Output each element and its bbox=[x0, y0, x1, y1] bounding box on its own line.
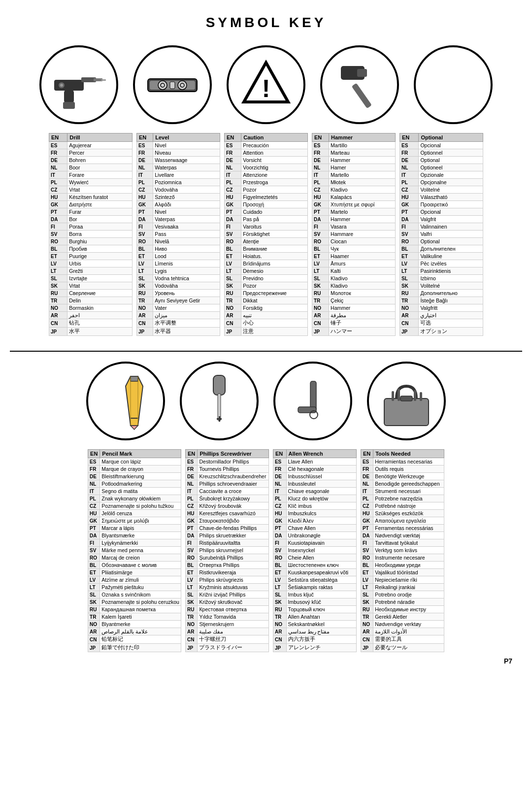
table-row: SKPoznamenajte si polohu ceruzkou bbox=[88, 598, 181, 606]
svg-rect-4 bbox=[64, 90, 74, 103]
svg-rect-30 bbox=[310, 381, 316, 411]
table-row: PTNivel bbox=[137, 208, 220, 216]
table-row: HUImbuszkulcs bbox=[273, 510, 356, 517]
caution-icon: ! bbox=[236, 55, 296, 114]
table-row: SLIzvrtajte bbox=[49, 275, 133, 282]
level-table: EN Level ESNivelFRNiveauDEWasserwaageNLW… bbox=[136, 133, 220, 336]
table-row: DANødvendigt værktøj bbox=[361, 532, 444, 539]
table-row: CN小心 bbox=[225, 319, 308, 328]
drill-table: EN Drill ESAgujerearFRPercerDEBohrenNLBo… bbox=[49, 133, 133, 336]
table-row: SVPass bbox=[137, 231, 220, 238]
svg-rect-14 bbox=[170, 82, 175, 89]
table-row: CZPoznamenajte si polohu tužkou bbox=[88, 502, 181, 510]
table-row: LTŠešiakampis raktas bbox=[273, 584, 356, 591]
table-row: DEBohren bbox=[49, 157, 133, 164]
table-row: JPオプション bbox=[400, 328, 483, 336]
allen-symbol bbox=[273, 362, 352, 440]
table-row: SLKladivo bbox=[312, 275, 396, 282]
table-row: RUКрестовая отвертка bbox=[185, 606, 268, 613]
table-row: ETPliiatisimärge bbox=[88, 569, 181, 576]
hammer-table: EN Hammer ESMartilloFRMarteauDEHammerNLH… bbox=[312, 133, 396, 336]
table-row: TRGerekli Aletler bbox=[361, 613, 444, 621]
table-row: FIVasara bbox=[312, 223, 396, 231]
table-row: DAVaterpas bbox=[137, 216, 220, 223]
caution-table-label: Caution bbox=[241, 133, 308, 142]
table-row: DABor bbox=[49, 216, 133, 223]
table-row: LVĀmurs bbox=[312, 260, 396, 267]
table-row: CZVrtat bbox=[49, 186, 133, 194]
table-row: CN可选 bbox=[400, 319, 483, 328]
table-row: PTCuidado bbox=[225, 208, 308, 216]
svg-text:!: ! bbox=[262, 75, 270, 102]
table-row: LTGrežti bbox=[49, 267, 133, 275]
table-row: LVBrīdinājums bbox=[225, 260, 308, 267]
table-row: NOBlyantmerke bbox=[88, 621, 181, 628]
table-row: ROInstrumente necesare bbox=[361, 554, 444, 562]
phillips-table: EN Phillips Screwdriver ESDestornillador… bbox=[185, 449, 269, 652]
table-row: BLОбозначаване с молив bbox=[88, 562, 181, 569]
svg-point-7 bbox=[60, 84, 63, 87]
table-row: SKVodováha bbox=[137, 282, 220, 290]
pencil-icon bbox=[96, 371, 155, 431]
table-row: FIVesivaaka bbox=[137, 223, 220, 231]
pencil-table: EN Pencil Mark ESMarque con lápizFRMarqu… bbox=[88, 449, 181, 652]
table-row: SKVolitelné bbox=[400, 282, 483, 290]
table-row: ESDestornillador Phillips bbox=[185, 458, 268, 465]
table-row: SLPotrebno orodje bbox=[361, 591, 444, 598]
table-row: HUJelölő ceruza bbox=[88, 510, 181, 517]
table-row: PTMartelo bbox=[312, 208, 396, 216]
table-row: LVLīmenis bbox=[137, 260, 220, 267]
table-row: HUVálasztható bbox=[400, 194, 483, 201]
table-row: CN钻孔 bbox=[49, 319, 133, 328]
table-row: LVNepieciešamie rīki bbox=[361, 576, 444, 584]
table-row: ITCacciavite a croce bbox=[185, 488, 268, 495]
table-row: FIKuusiotapiavain bbox=[273, 539, 356, 547]
table-row: FIPoraa bbox=[49, 223, 133, 231]
table-row: HUKészítsen furatot bbox=[49, 194, 133, 201]
table-row: NLVoorzichtig bbox=[225, 164, 308, 171]
phillips-symbol bbox=[180, 362, 259, 440]
table-row: NLPotloodmarkering bbox=[88, 480, 181, 488]
table-row: RUКарандашная пометка bbox=[88, 606, 181, 613]
table-row: DAUnbrakonøgle bbox=[273, 532, 356, 539]
table-row: SKPozor bbox=[225, 282, 308, 290]
table-row: PLOpcjonalne bbox=[400, 179, 483, 186]
toolbox-table-label: Tools Needed bbox=[373, 450, 444, 458]
hammer-symbol bbox=[320, 45, 399, 124]
table-row: JP水平器 bbox=[137, 328, 220, 336]
table-row: BLНеобходими уреди bbox=[361, 562, 444, 569]
table-row: PLŚrubokręt krzyżakowy bbox=[185, 495, 268, 502]
table-row: CN水平调整 bbox=[137, 319, 220, 328]
table-row: FRTournevis Phillips bbox=[185, 465, 268, 473]
drill-symbol bbox=[39, 45, 118, 124]
table-row: ARمطرقة bbox=[312, 312, 396, 319]
table-row: ITChiave esagonale bbox=[273, 488, 356, 495]
pencil-table-en: EN bbox=[88, 450, 100, 458]
table-row: ESMarque con lápiz bbox=[88, 458, 181, 465]
table-row: ETHaamer bbox=[312, 253, 396, 260]
table-row: DAHammer bbox=[312, 216, 396, 223]
hammer-icon bbox=[330, 55, 389, 114]
table-row: NLHamer bbox=[312, 164, 396, 171]
table-row: ESPrecaución bbox=[225, 142, 308, 149]
level-table-en: EN bbox=[137, 133, 153, 142]
table-row: LVAtzīme ar zīmuli bbox=[88, 576, 181, 584]
table-row: CZVolitelné bbox=[400, 186, 483, 194]
table-row: GKΧτυπήστε με σφυρί bbox=[312, 201, 396, 208]
table-row: FIVaroitus bbox=[225, 223, 308, 231]
toolbox-table: EN Tools Needed ESHerramientas necesaria… bbox=[361, 449, 444, 652]
table-row: ARمفك صليبة bbox=[185, 628, 268, 635]
drill-icon bbox=[49, 55, 108, 114]
table-row: GKΑλφάδι bbox=[137, 201, 220, 208]
table-row: BLНиво bbox=[137, 245, 220, 253]
table-row: GKΠροαιρετικό bbox=[400, 201, 483, 208]
table-row: FRClé hexagonale bbox=[273, 465, 356, 473]
table-row: JPハンマー bbox=[312, 328, 396, 336]
table-row: ROCheie Allen bbox=[273, 554, 356, 562]
caution-table-en: EN bbox=[225, 133, 241, 142]
table-row: ETHoiatus. bbox=[225, 253, 308, 260]
table-row: ARميزان bbox=[137, 312, 220, 319]
allen-table-label: Allen Wrench bbox=[286, 450, 356, 458]
table-row: DEInbusschlüssel bbox=[273, 473, 356, 480]
caution-symbol: ! bbox=[227, 45, 305, 124]
